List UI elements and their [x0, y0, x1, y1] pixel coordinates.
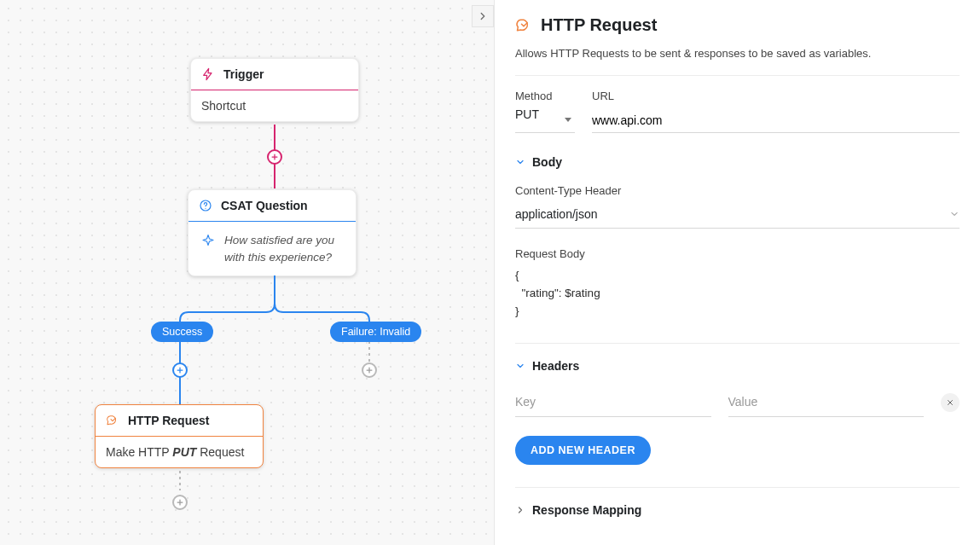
http-icon: [515, 17, 532, 34]
plus-icon: [176, 498, 184, 507]
branch-pill-success[interactable]: Success: [151, 322, 213, 342]
response-mapping-section-toggle[interactable]: Response Mapping: [515, 503, 960, 517]
node-csat-question[interactable]: CSAT Question How satisfied are you with…: [188, 189, 357, 276]
node-trigger[interactable]: Trigger Shortcut: [190, 58, 359, 122]
chevron-right-icon: [515, 505, 525, 515]
node-trigger-title: Trigger: [223, 67, 264, 81]
add-header-button[interactable]: ADD NEW HEADER: [515, 436, 651, 465]
panel-title: HTTP Request: [515, 15, 960, 35]
chevron-right-icon: [477, 10, 489, 22]
lightning-icon: [201, 67, 215, 81]
plus-icon: [270, 153, 279, 161]
detail-panel: HTTP Request Allows HTTP Requests to be …: [494, 0, 980, 545]
chevron-down-icon: [515, 361, 525, 371]
request-body-editor[interactable]: { "rating": $rating }: [515, 267, 960, 321]
method-label: Method: [515, 90, 575, 102]
node-csat-question-text: How satisfied are you with this experien…: [224, 232, 344, 265]
add-step-button-after-http[interactable]: [172, 495, 188, 510]
method-select[interactable]: PUT: [515, 107, 575, 133]
node-http-title: HTTP Request: [128, 414, 209, 427]
chevron-down-icon: [949, 209, 960, 219]
url-label: URL: [592, 90, 960, 102]
panel-description: Allows HTTP Requests to be sent & respon…: [515, 47, 960, 76]
request-body-label: Request Body: [515, 247, 960, 260]
node-http-request[interactable]: HTTP Request Make HTTP PUT Request: [95, 404, 264, 468]
flow-canvas[interactable]: Trigger Shortcut CSAT Question How satis…: [0, 0, 494, 545]
remove-header-button[interactable]: [941, 393, 960, 412]
node-csat-title: CSAT Question: [221, 199, 308, 212]
content-type-select[interactable]: application/json: [515, 202, 960, 229]
headers-section-toggle[interactable]: Headers: [515, 359, 960, 373]
node-trigger-body: Shortcut: [191, 90, 358, 121]
plus-icon: [176, 366, 184, 374]
branch-pill-failure[interactable]: Failure: Invalid: [330, 322, 421, 342]
http-icon: [106, 414, 119, 427]
header-key-input[interactable]: [515, 388, 711, 417]
body-section-toggle[interactable]: Body: [515, 155, 960, 169]
chevron-down-icon: [515, 157, 525, 167]
add-step-button-success-branch[interactable]: [172, 362, 188, 378]
sparkle-icon: [200, 234, 216, 249]
url-input[interactable]: [592, 107, 960, 133]
panel-collapse-button[interactable]: [472, 5, 494, 27]
question-circle-icon: [199, 199, 212, 212]
content-type-label: Content-Type Header: [515, 184, 960, 197]
node-http-body: Make HTTP PUT Request: [106, 445, 244, 459]
add-step-button-failure-branch[interactable]: [362, 362, 377, 378]
add-step-button-after-trigger[interactable]: [267, 149, 282, 165]
plus-icon: [365, 366, 374, 374]
header-value-input[interactable]: [728, 388, 925, 417]
close-icon: [946, 398, 954, 407]
